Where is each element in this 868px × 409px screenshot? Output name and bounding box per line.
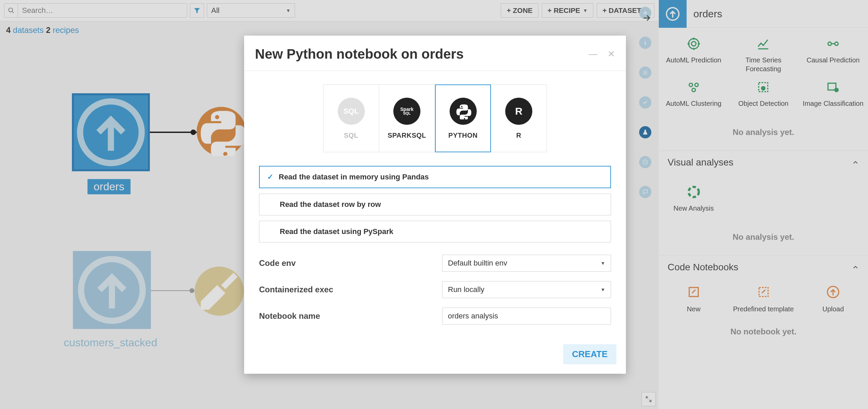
notebook-name-label: Notebook name [259, 311, 442, 321]
edit-icon [685, 284, 702, 300]
svg-point-18 [835, 42, 838, 45]
svg-point-25 [835, 88, 838, 92]
dataset-header-icon [659, 0, 687, 28]
modal-title: New Python notebook on orders [255, 46, 464, 62]
lang-tab-r[interactable]: R R [491, 84, 547, 152]
svg-point-26 [689, 187, 699, 197]
image-icon [825, 79, 842, 96]
chevron-down-icon: ▼ [600, 287, 605, 292]
container-label: Containerized exec [259, 285, 442, 294]
code-notebooks-header[interactable]: Code Notebooks [659, 255, 868, 279]
right-panel: orders AutoML Prediction Time Series For… [658, 0, 868, 409]
cluster-icon [685, 79, 702, 96]
code-env-label: Code env [259, 258, 442, 268]
read-opt-pyspark[interactable]: Read the dataset using PySpark [259, 221, 611, 242]
circle-arrow-icon [685, 183, 702, 200]
ml-timeseries[interactable]: Time Series Forecasting [729, 33, 798, 76]
lang-tab-python[interactable]: PYTHON [435, 84, 491, 152]
svg-point-23 [762, 86, 765, 90]
no-notebook-msg: No notebook yet. [659, 318, 868, 350]
svg-point-15 [689, 39, 699, 49]
notebook-new[interactable]: New [659, 284, 729, 313]
detection-icon [755, 79, 772, 96]
svg-point-16 [691, 41, 696, 46]
upload-icon [825, 284, 842, 300]
lang-tab-sparksql[interactable]: SparkSQL SPARKSQL [379, 84, 435, 152]
svg-point-19 [689, 83, 692, 86]
chart-icon [755, 35, 772, 52]
ml-automl-prediction[interactable]: AutoML Prediction [659, 33, 729, 76]
new-analysis-button[interactable]: New Analysis [659, 181, 729, 215]
create-button[interactable]: CREATE [563, 344, 616, 364]
no-analysis-msg: No analysis yet. [659, 119, 868, 151]
ml-causal[interactable]: Causal Prediction [798, 33, 868, 76]
lang-tab-sql[interactable]: SQL SQL [323, 84, 379, 152]
container-select[interactable]: Run locally ▼ [442, 281, 611, 298]
notebook-upload[interactable]: Upload [798, 284, 868, 313]
chevron-up-icon [852, 264, 859, 271]
read-opt-pandas[interactable]: ✓ Read the dataset in memory using Panda… [259, 166, 611, 188]
read-opt-row[interactable]: Read the dataset row by row [259, 194, 611, 215]
ml-automl-clustering[interactable]: AutoML Clustering [659, 76, 729, 111]
chevron-down-icon: ▼ [600, 260, 605, 266]
check-icon: ✓ [267, 173, 273, 181]
notebook-predefined[interactable]: Predefined template [729, 284, 798, 313]
close-icon[interactable]: ✕ [608, 49, 615, 59]
no-visual-analysis-msg: No analysis yet. [659, 223, 868, 255]
causal-icon [825, 35, 842, 52]
ml-image-classification[interactable]: Image Classification [798, 76, 868, 111]
svg-point-17 [828, 42, 831, 45]
code-env-select[interactable]: Default builtin env ▼ [442, 255, 611, 272]
chevron-up-icon [852, 159, 859, 166]
new-notebook-modal: New Python notebook on orders — ✕ SQL SQ… [244, 36, 626, 374]
template-icon [755, 284, 772, 300]
notebook-name-input[interactable] [442, 308, 611, 325]
svg-point-21 [692, 88, 695, 92]
ml-object-detection[interactable]: Object Detection [729, 76, 798, 111]
svg-point-20 [695, 83, 698, 86]
minimize-icon[interactable]: — [589, 49, 597, 59]
panel-title: orders [693, 8, 722, 20]
target-icon [685, 35, 702, 52]
visual-analyses-header[interactable]: Visual analyses [659, 151, 868, 174]
